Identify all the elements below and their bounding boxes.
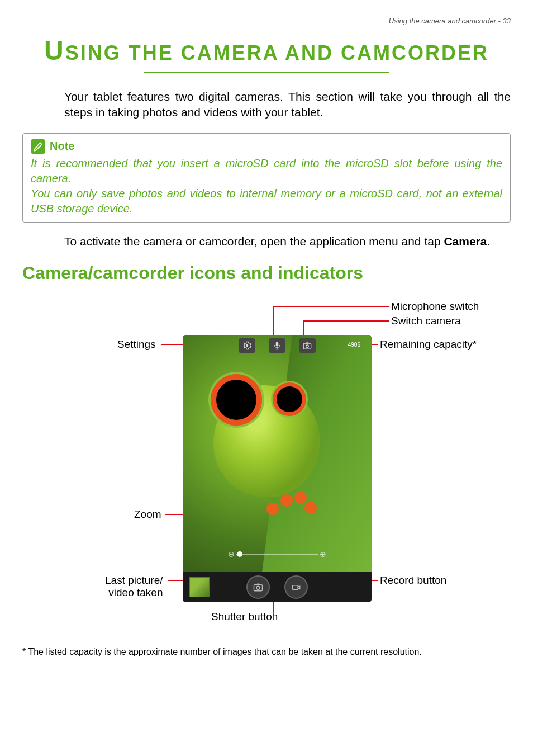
label-settings: Settings [117,338,156,351]
label-zoom: Zoom [134,508,161,521]
zoom-thumb[interactable] [237,551,242,557]
zoom-slider[interactable]: ⊖ ⊕ [227,550,327,559]
note-line-1: It is recommended that you insert a micr… [31,157,502,185]
footnote: * The listed capacity is the approximate… [22,647,511,657]
callout-line [303,320,389,322]
label-switch-camera: Switch camera [391,315,461,327]
label-record-button: Record button [380,574,446,587]
page-title: USING THE CAMERA AND CAMCORDER [22,35,511,66]
note-title: Note [50,140,74,153]
viewfinder-bg [183,335,372,602]
zoom-out-icon[interactable]: ⊖ [227,550,236,559]
remaining-count: 4906 [348,342,360,348]
microphone-icon[interactable] [269,338,285,353]
title-first-letter: U [44,36,65,65]
frog-eye2-graphic [277,386,302,412]
record-button[interactable] [284,575,308,599]
camera-bottom-bar [183,572,372,602]
camera-diagram: Settings Zoom Last picture/video taken M… [22,300,511,636]
top-icon-row [183,338,372,353]
note-box: Note It is recommended that you insert a… [22,133,511,223]
svg-rect-1 [276,342,279,346]
svg-point-7 [299,584,301,586]
note-line-2: You can only save photos and videos to i… [31,187,502,215]
zoom-in-icon[interactable]: ⊕ [318,550,327,559]
note-header: Note [31,139,502,154]
frog-foot-graphic [266,492,317,525]
svg-point-0 [246,344,249,347]
frog-eye-graphic [216,380,256,420]
title-rest: SING THE CAMERA AND CAMCORDER [65,41,489,64]
last-picture-thumbnail[interactable] [189,577,210,597]
settings-icon[interactable] [239,338,255,353]
label-remaining-capacity: Remaining capacity* [380,338,477,351]
label-shutter-button: Shutter button [211,611,278,623]
title-underline [144,72,389,73]
label-last-picture: Last picture/video taken [105,574,163,599]
svg-rect-6 [292,585,298,590]
note-body: It is recommended that you insert a micr… [31,156,502,216]
shutter-button[interactable] [246,575,270,599]
svg-rect-4 [254,585,263,591]
svg-point-5 [256,586,260,589]
activate-post: . [487,235,490,248]
running-header: Using the camera and camcorder - 33 [22,17,511,25]
zoom-track [236,554,318,555]
switch-camera-icon[interactable] [299,338,316,353]
intro-paragraph: Your tablet features two digital cameras… [64,89,511,121]
activate-pre: To activate the camera or camcorder, ope… [64,235,444,248]
pencil-icon [31,139,45,154]
activate-bold: Camera [444,235,487,248]
activate-paragraph: To activate the camera or camcorder, ope… [64,234,511,249]
camera-viewfinder-mockup: 4906 ⊖ ⊕ [183,335,372,602]
callout-line [273,306,389,307]
svg-rect-2 [303,343,311,349]
svg-point-3 [306,345,309,348]
section-heading: Camera/camcorder icons and indicators [22,263,511,284]
label-microphone-switch: Microphone switch [391,300,479,313]
